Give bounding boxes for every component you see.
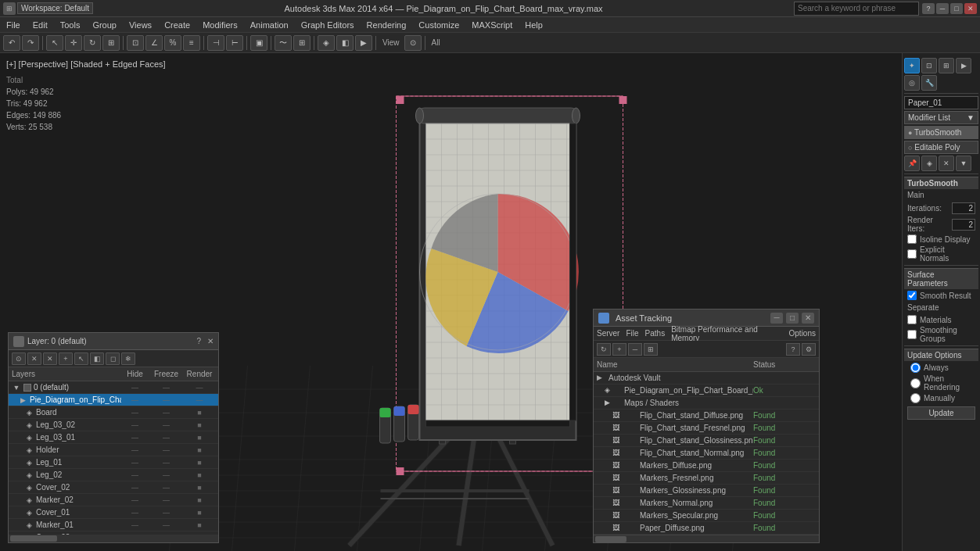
modifier-list-dropdown[interactable]: Modifier List ▼	[904, 111, 978, 124]
layers-scrollbar[interactable]	[9, 535, 218, 542]
layer-item-cover01[interactable]: ◈ Cover_01 — — ■	[9, 506, 218, 519]
menu-edit[interactable]: Edit	[30, 20, 51, 30]
surface-params-header[interactable]: Surface Parameters	[904, 268, 978, 289]
modifier-editable-poly[interactable]: ○ Editable Poly	[904, 141, 978, 154]
utilities-panel-btn[interactable]: 🔧	[921, 75, 937, 91]
smoothing-groups-checkbox[interactable]	[907, 330, 917, 339]
layer-item-leg03-02[interactable]: ◈ Leg_03_02 — — ■	[9, 419, 218, 431]
motion-panel-btn[interactable]: ▶	[956, 58, 971, 73]
menu-modifiers[interactable]: Modifiers	[199, 20, 241, 30]
add-layer-btn[interactable]: ✕	[27, 352, 41, 365]
asset-flip-normal[interactable]: 🖼 Flip_Chart_stand_Normal.png Found	[594, 447, 819, 460]
hierarchy-panel-btn[interactable]: ⊞	[939, 58, 954, 73]
asset-flip-fresnel[interactable]: 🖼 Flip_Chart_stand_Fresnel.png Found	[594, 422, 819, 435]
menu-rendering[interactable]: Rendering	[364, 20, 410, 30]
close-button[interactable]: ✕	[964, 3, 977, 14]
coord-center[interactable]: ⊙	[404, 35, 422, 51]
render-iters-input[interactable]	[952, 219, 975, 231]
layer-item-leg02[interactable]: ◈ Leg_02 — — ■	[9, 469, 218, 481]
make-unique-btn[interactable]: ◈	[921, 156, 937, 171]
when-rendering-radio-row[interactable]: When Rendering	[910, 374, 978, 392]
layers-help-btn[interactable]: ?	[196, 337, 201, 345]
pin-stack-btn[interactable]: 📌	[904, 156, 920, 171]
menu-create[interactable]: Create	[161, 20, 193, 30]
percent-snap[interactable]: %	[164, 35, 181, 51]
always-radio[interactable]	[910, 363, 921, 373]
select-button[interactable]: ↖	[46, 35, 63, 51]
modify-panel-btn[interactable]: ⊡	[921, 58, 937, 73]
layer-item-leg01[interactable]: ◈ Leg_01 — — ■	[9, 456, 218, 469]
asset-menu-bitmap[interactable]: Bitmap Performance and Memory	[671, 325, 782, 342]
asset-close-btn[interactable]: ✕	[802, 313, 814, 324]
material-editor[interactable]: ◈	[318, 35, 335, 51]
layer-manager[interactable]: ▣	[250, 35, 267, 51]
layer-item-leg03-01[interactable]: ◈ Leg_03_01 — — ■	[9, 431, 218, 444]
asset-flip-diffuse[interactable]: 🖼 Flip_Chart_stand_Diffuse.png Found	[594, 410, 819, 422]
add-to-layer-btn[interactable]: +	[59, 352, 73, 365]
display-panel-btn[interactable]: ◎	[904, 75, 920, 91]
menu-animation[interactable]: Animation	[247, 20, 292, 30]
asset-settings-btn[interactable]: ⚙	[802, 343, 816, 356]
delete-layer-btn[interactable]: ✕	[43, 352, 57, 365]
menu-views[interactable]: Views	[126, 20, 155, 30]
asset-vault-row[interactable]: ▶ Autodesk Vault	[594, 372, 819, 385]
asset-mainfile-row[interactable]: ◈ Pie_Diagram_on_Flip_Chart_Board_max_vr…	[594, 385, 819, 397]
schematic-view[interactable]: ⊞	[293, 35, 311, 51]
layer-item-default[interactable]: ▼ 0 (default) — — —	[9, 381, 218, 394]
asset-menu-paths[interactable]: Paths	[645, 329, 666, 338]
move-button[interactable]: ✛	[65, 35, 82, 51]
asset-reload-btn[interactable]: ↻	[597, 343, 611, 356]
align-button[interactable]: ⊢	[226, 35, 243, 51]
asset-menu-server[interactable]: Server	[597, 329, 619, 338]
modifier-turbsmooth[interactable]: ● TurboSmooth	[904, 126, 978, 139]
layers-scroll-thumb[interactable]	[10, 535, 57, 542]
create-panel-btn[interactable]: ✦	[904, 58, 920, 73]
object-name-field[interactable]: Paper_01	[904, 96, 978, 109]
explicit-normals-checkbox[interactable]	[907, 249, 917, 259]
help-icon[interactable]: ?	[922, 3, 935, 14]
isoline-checkbox[interactable]	[907, 234, 917, 244]
render-setup[interactable]: ◧	[336, 35, 354, 51]
layer-item-pie-diagram[interactable]: ▶ Pie_Diagram_on_Flip_Chart_Bo... — — —	[9, 394, 218, 406]
menu-help[interactable]: Help	[522, 20, 546, 30]
snap-toggle[interactable]: ⊡	[127, 35, 144, 51]
viewport[interactable]: [+] [Perspective] [Shaded + Edged Faces]…	[0, 53, 902, 551]
set-current-layer-btn[interactable]: ⊙	[12, 352, 26, 365]
menu-file[interactable]: File	[3, 20, 23, 30]
smooth-result-checkbox[interactable]	[907, 291, 917, 300]
iterations-input[interactable]	[952, 202, 975, 214]
search-input[interactable]	[794, 2, 919, 16]
menu-tools[interactable]: Tools	[57, 20, 84, 30]
asset-markers-fresnel[interactable]: 🖼 Markers_Fresnel.png Found	[594, 472, 819, 485]
asset-markers-normal[interactable]: 🖼 Markers_Normal.png Found	[594, 497, 819, 510]
angle-snap[interactable]: ∠	[145, 35, 163, 51]
asset-scrollbar-h[interactable]	[594, 535, 819, 542]
menu-maxscript[interactable]: MAXScript	[468, 20, 515, 30]
workspace-dropdown[interactable]: Workspace: Default	[17, 2, 93, 14]
asset-markers-glossiness[interactable]: 🖼 Markers_Glossiness.png Found	[594, 485, 819, 497]
manually-radio-row[interactable]: Manually	[910, 393, 978, 403]
layer-item-marker01[interactable]: ◈ Marker_01 — — ■	[9, 519, 218, 531]
asset-menu-options[interactable]: Options	[789, 329, 816, 338]
asset-scroll-thumb-h[interactable]	[595, 536, 626, 542]
spinner-snap[interactable]: ≡	[183, 35, 200, 51]
hide-all-btn[interactable]: ◻	[106, 352, 120, 365]
layer-item-cover02[interactable]: ◈ Cover_02 — — ■	[9, 481, 218, 494]
asset-add-btn[interactable]: +	[612, 343, 626, 356]
always-radio-row[interactable]: Always	[910, 363, 978, 373]
materials-checkbox[interactable]	[907, 315, 917, 324]
asset-flip-glossiness[interactable]: 🖼 Flip_Chart_stand_Glossiness.png Found	[594, 435, 819, 447]
layer-item-marker02[interactable]: ◈ Marker_02 — — ■	[9, 494, 218, 506]
layers-close-button[interactable]: ✕	[207, 337, 214, 345]
layer-checkbox[interactable]	[23, 384, 31, 392]
menu-customize[interactable]: Customize	[415, 20, 462, 30]
asset-help-btn[interactable]: ?	[786, 343, 800, 356]
minimize-button[interactable]: ─	[936, 3, 949, 14]
asset-maps-folder[interactable]: ▶ Maps / Shaders	[594, 397, 819, 410]
update-button[interactable]: Update	[907, 406, 975, 420]
mirror-button[interactable]: ⊣	[207, 35, 224, 51]
scale-button[interactable]: ⊞	[102, 35, 120, 51]
asset-minimize-btn[interactable]: ─	[770, 313, 783, 324]
manually-radio[interactable]	[910, 393, 921, 403]
menu-graph-editors[interactable]: Graph Editors	[298, 20, 357, 30]
